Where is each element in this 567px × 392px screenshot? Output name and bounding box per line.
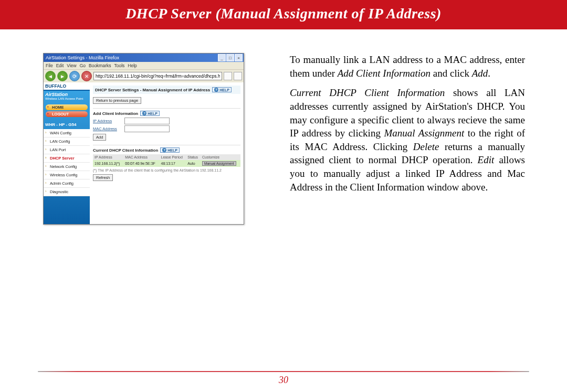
page-content: BUFFALO AirStation Wireless LAN Access P… bbox=[44, 82, 244, 224]
paragraph-1: To manually link a LAN address to a MAC … bbox=[290, 53, 525, 80]
footnote: (*) The IP Address of the client that is… bbox=[93, 168, 240, 172]
main-panel: DHCP Server Settings - Manual Assignment… bbox=[90, 82, 244, 224]
menu-go[interactable]: Go bbox=[80, 63, 86, 68]
device-name: WHR - HP - G54 bbox=[44, 121, 90, 128]
reload-button[interactable]: ⟳ bbox=[69, 71, 80, 81]
window-controls: _ □ × bbox=[218, 54, 243, 61]
paragraph-2: Current DHCP Client Information shows al… bbox=[290, 86, 525, 194]
toolbar-icon[interactable] bbox=[234, 72, 242, 80]
clients-table: IP Address MAC Address Lease Period Stat… bbox=[93, 154, 240, 167]
home-button[interactable]: HOME bbox=[46, 104, 88, 110]
panel-title: DHCP Server Settings - Manual Assignment… bbox=[95, 88, 210, 92]
table-row: 192.168.11.2(*) 00:07:40:9e:5E:3F 48:13:… bbox=[93, 160, 240, 167]
ip-address-input[interactable] bbox=[124, 118, 170, 124]
nav-diagnostic[interactable]: Diagnostic bbox=[44, 188, 90, 196]
manual-assignment-button[interactable]: Manual Assignment bbox=[202, 161, 236, 166]
add-button[interactable]: Add bbox=[93, 134, 106, 141]
help-button-add[interactable]: HELP bbox=[140, 111, 160, 116]
address-bar[interactable] bbox=[93, 72, 222, 80]
close-button[interactable]: × bbox=[235, 54, 243, 61]
ip-address-label: IP Address bbox=[93, 119, 122, 123]
browser-titlebar: AirStation Settings - Mozilla Firefox _ … bbox=[44, 54, 244, 62]
page-number: 30 bbox=[0, 375, 567, 386]
mac-address-input[interactable] bbox=[124, 125, 170, 132]
stop-button[interactable]: ✕ bbox=[81, 71, 92, 81]
col-customize: Customize bbox=[201, 154, 240, 160]
sidebar: BUFFALO AirStation Wireless LAN Access P… bbox=[44, 82, 90, 224]
menu-help[interactable]: Help bbox=[128, 63, 136, 68]
col-lease: Lease Period bbox=[160, 154, 186, 160]
product-name: AirStation Wireless LAN Access Point bbox=[44, 91, 90, 102]
go-button[interactable] bbox=[224, 72, 232, 80]
back-button[interactable]: ◄ bbox=[45, 71, 56, 81]
menu-view[interactable]: View bbox=[67, 63, 76, 68]
body-text: To manually link a LAN address to a MAC … bbox=[290, 53, 525, 225]
forward-button[interactable]: ► bbox=[57, 71, 68, 81]
nav-wan-config[interactable]: WAN Config bbox=[44, 129, 90, 137]
menu-bookmarks[interactable]: Bookmarks bbox=[89, 63, 111, 68]
nav-network-config[interactable]: Network Config bbox=[44, 163, 90, 171]
add-client-header: Add Client Information bbox=[93, 111, 138, 116]
return-button[interactable]: Return to previous page bbox=[93, 97, 141, 104]
nav-wireless-config[interactable]: Wireless Config bbox=[44, 171, 90, 179]
col-ip: IP Address bbox=[93, 154, 123, 160]
nav-admin-config[interactable]: Admin Config bbox=[44, 179, 90, 188]
col-status: Status bbox=[186, 154, 201, 160]
col-mac: MAC Address bbox=[123, 154, 159, 160]
logout-button[interactable]: LOGOUT bbox=[46, 111, 88, 117]
mac-address-label: MAC Address bbox=[93, 126, 122, 131]
help-button-cur[interactable]: HELP bbox=[160, 147, 180, 153]
maximize-button[interactable]: □ bbox=[226, 54, 234, 61]
cell-lease: 48:13:17 bbox=[160, 160, 186, 167]
browser-toolbar: ◄ ► ⟳ ✕ bbox=[44, 69, 244, 82]
browser-menubar: File Edit View Go Bookmarks Tools Help bbox=[44, 62, 244, 69]
browser-window: AirStation Settings - Mozilla Firefox _ … bbox=[43, 53, 244, 225]
current-clients-header: Current DHCP Client Information bbox=[93, 148, 158, 153]
browser-title: AirStation Settings - Mozilla Firefox bbox=[46, 55, 119, 60]
header-bar: DHCP Server (Manual Assignment of IP Add… bbox=[0, 0, 567, 29]
brand-logo: BUFFALO bbox=[44, 82, 90, 91]
menu-file[interactable]: File bbox=[46, 63, 53, 68]
page-title: DHCP Server (Manual Assignment of IP Add… bbox=[125, 5, 442, 22]
screenshot-area: AirStation Settings - Mozilla Firefox _ … bbox=[43, 53, 274, 225]
help-button[interactable]: HELP bbox=[212, 87, 232, 92]
nav-lan-port[interactable]: LAN Port bbox=[44, 146, 90, 154]
nav-lan-config[interactable]: LAN Config bbox=[44, 137, 90, 146]
cell-status: Auto bbox=[186, 160, 201, 167]
minimize-button[interactable]: _ bbox=[218, 54, 226, 61]
cell-mac: 00:07:40:9e:5E:3F bbox=[123, 160, 159, 167]
menu-tools[interactable]: Tools bbox=[114, 63, 125, 68]
cell-ip: 192.168.11.2(*) bbox=[93, 160, 123, 167]
footer-rule bbox=[38, 371, 529, 372]
nav-dhcp-server[interactable]: DHCP Server bbox=[44, 154, 90, 163]
menu-edit[interactable]: Edit bbox=[56, 63, 64, 68]
refresh-button[interactable]: Refresh bbox=[93, 174, 113, 181]
add-client-section: Add Client Information HELP IP Address M… bbox=[93, 108, 240, 141]
side-nav: WAN Config LAN Config LAN Port DHCP Serv… bbox=[44, 129, 90, 196]
current-clients-section: Current DHCP Client Information HELP IP … bbox=[93, 145, 240, 181]
panel-title-row: DHCP Server Settings - Manual Assignment… bbox=[93, 86, 240, 94]
